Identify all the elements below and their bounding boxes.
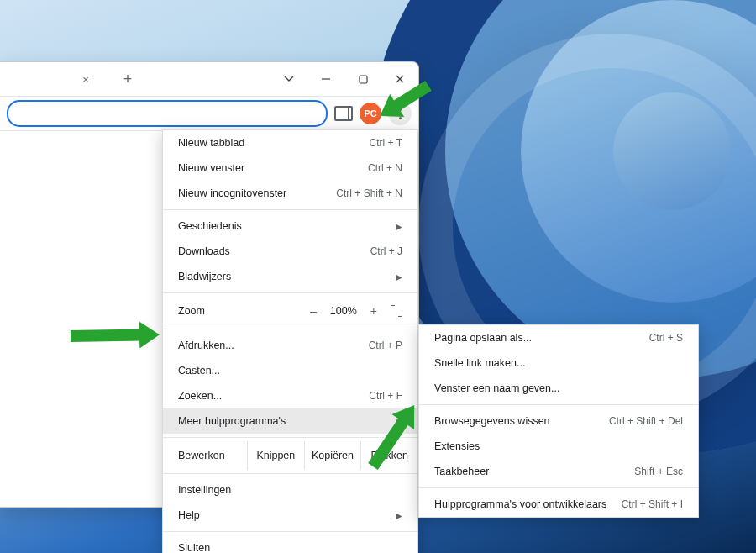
- annotation-arrow: [71, 329, 143, 342]
- submenu-task-manager[interactable]: TaakbeheerShift + Esc: [419, 459, 698, 484]
- menu-exit[interactable]: Sluiten: [163, 535, 417, 553]
- side-panel-icon[interactable]: [334, 106, 353, 121]
- menu-settings[interactable]: Instellingen: [163, 477, 417, 503]
- chevron-right-icon: ▶: [396, 272, 402, 282]
- menu-help[interactable]: Help▶: [163, 503, 417, 528]
- edit-cut-button[interactable]: Knippen: [247, 441, 304, 470]
- menu-new-tab[interactable]: Nieuw tabbladCtrl + T: [163, 130, 417, 155]
- menu-more-tools[interactable]: Meer hulpprogramma's▶: [163, 408, 417, 434]
- new-tab-button[interactable]: +: [116, 67, 139, 91]
- submenu-clear-browsing-data[interactable]: Browsegegevens wissenCtrl + Shift + Del: [419, 408, 698, 434]
- titlebar: × +: [0, 62, 418, 97]
- submenu-extensions[interactable]: Extensies: [419, 434, 698, 459]
- app-menu: Nieuw tabbladCtrl + T Nieuw vensterCtrl …: [162, 129, 418, 553]
- menu-zoom: Zoom – 100% +: [163, 297, 417, 325]
- chevron-down-icon: [284, 74, 294, 84]
- menu-bookmarks[interactable]: Bladwijzers▶: [163, 264, 417, 289]
- zoom-label: Zoom: [178, 305, 205, 317]
- browser-tab[interactable]: ×: [0, 62, 104, 96]
- fullscreen-icon[interactable]: [391, 305, 402, 317]
- edit-copy-button[interactable]: Kopiëren: [304, 441, 361, 470]
- chevron-right-icon: ▶: [396, 222, 402, 231]
- menu-new-incognito[interactable]: Nieuw incognitovensterCtrl + Shift + N: [163, 181, 417, 206]
- zoom-level: 100%: [330, 305, 357, 317]
- submenu-dev-tools[interactable]: Hulpprogramma's voor ontwikkelaarsCtrl +…: [419, 492, 698, 517]
- menu-cast[interactable]: Casten...: [163, 358, 417, 383]
- tab-search-button[interactable]: [270, 62, 307, 96]
- tab-close-icon[interactable]: ×: [79, 72, 92, 86]
- submenu-create-link[interactable]: Snelle link maken...: [419, 350, 698, 376]
- submenu-save-page[interactable]: Pagina opslaan als...Ctrl + S: [419, 325, 698, 350]
- edit-label: Bewerken: [163, 450, 247, 461]
- svg-rect-1: [360, 76, 367, 83]
- window-maximize-button[interactable]: [344, 62, 381, 96]
- menu-print[interactable]: Afdrukken...Ctrl + P: [163, 333, 417, 358]
- chevron-right-icon: ▶: [396, 511, 402, 520]
- address-bar[interactable]: [7, 100, 328, 127]
- zoom-in-button[interactable]: +: [370, 304, 377, 318]
- menu-history[interactable]: Geschiedenis▶: [163, 213, 417, 239]
- window-minimize-button[interactable]: [307, 62, 344, 96]
- submenu-name-window[interactable]: Venster een naam geven...: [419, 376, 698, 401]
- toolbar: PC: [0, 97, 418, 131]
- desktop: × + PC Nieuw tabbladCtrl + T Nieuw venst…: [0, 0, 756, 553]
- menu-find[interactable]: Zoeken...Ctrl + F: [163, 383, 417, 408]
- menu-new-window[interactable]: Nieuw vensterCtrl + N: [163, 155, 417, 181]
- menu-downloads[interactable]: DownloadsCtrl + J: [163, 239, 417, 264]
- zoom-out-button[interactable]: –: [310, 304, 317, 318]
- more-tools-submenu: Pagina opslaan als...Ctrl + S Snelle lin…: [418, 324, 699, 518]
